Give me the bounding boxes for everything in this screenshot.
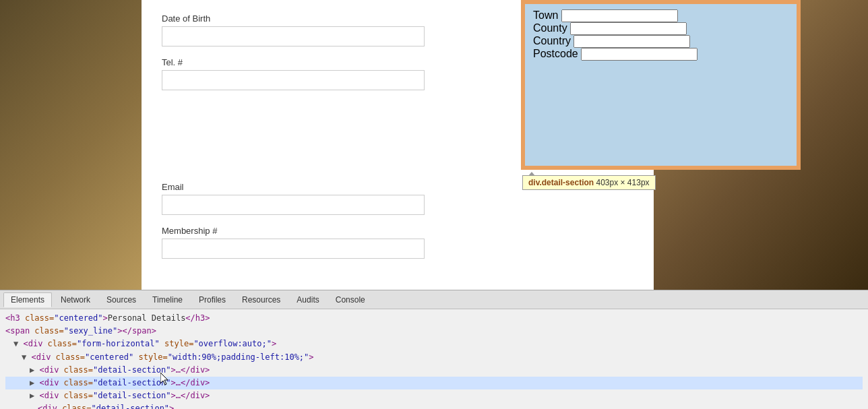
membership-label: Membership #: [162, 226, 633, 236]
tab-profiles[interactable]: Profiles: [191, 292, 233, 307]
code-line-2: <span class="sexy_line"></span>: [5, 325, 863, 338]
county-input[interactable]: [570, 22, 687, 35]
code-line-1: <h3 class="centered">Personal Details</h…: [5, 312, 863, 325]
county-label: County: [533, 22, 567, 34]
town-group: Town: [533, 9, 788, 22]
town-input[interactable]: [561, 9, 678, 22]
tab-sources[interactable]: Sources: [99, 292, 144, 307]
postcode-group: Postcode: [533, 48, 788, 61]
code-line-3: ▼ <div class="form-horizontal" style="ov…: [5, 338, 863, 350]
tab-timeline[interactable]: Timeline: [145, 292, 190, 307]
postcode-label: Postcode: [533, 48, 578, 59]
tel-input[interactable]: [162, 70, 425, 90]
code-line-8: <div class="detail-section">: [5, 402, 863, 409]
country-label: Country: [533, 35, 571, 46]
postcode-input[interactable]: [581, 48, 698, 61]
element-tooltip: div.detail-section 403px × 413px: [522, 175, 656, 190]
devtools-code: <h3 class="centered">Personal Details</h…: [0, 309, 868, 409]
code-line-7: ▶ <div class="detail-section">…</div>: [5, 389, 863, 402]
town-label: Town: [533, 9, 558, 21]
devtools-panel: Elements Network Sources Timeline Profil…: [0, 290, 868, 409]
membership-group: Membership #: [162, 226, 633, 259]
code-line-4: ▼ <div class="centered" style="width:90%…: [5, 351, 863, 364]
address-panel: Town County Country Postcode: [525, 4, 797, 166]
county-group: County: [533, 22, 788, 35]
email-input[interactable]: [162, 195, 425, 215]
tab-audits[interactable]: Audits: [289, 292, 326, 307]
tooltip-element-name: div.detail-section: [528, 178, 594, 187]
dob-input[interactable]: [162, 26, 425, 46]
tooltip-dimensions: 403px × 413px: [596, 178, 649, 187]
membership-input[interactable]: [162, 239, 425, 259]
country-group: Country: [533, 35, 788, 48]
devtools-tabs: Elements Network Sources Timeline Profil…: [0, 290, 868, 309]
code-line-5: ▶ <div class="detail-section">…</div>: [5, 364, 863, 377]
code-line-6: ▶ <div class="detail-section">…</div>: [5, 377, 863, 389]
country-input[interactable]: [574, 35, 690, 48]
address-panel-wrapper: Town County Country Postcode: [521, 0, 801, 170]
tab-console[interactable]: Console: [328, 292, 373, 307]
tab-elements[interactable]: Elements: [3, 292, 52, 307]
tab-network[interactable]: Network: [53, 292, 98, 307]
tab-resources[interactable]: Resources: [235, 292, 288, 307]
